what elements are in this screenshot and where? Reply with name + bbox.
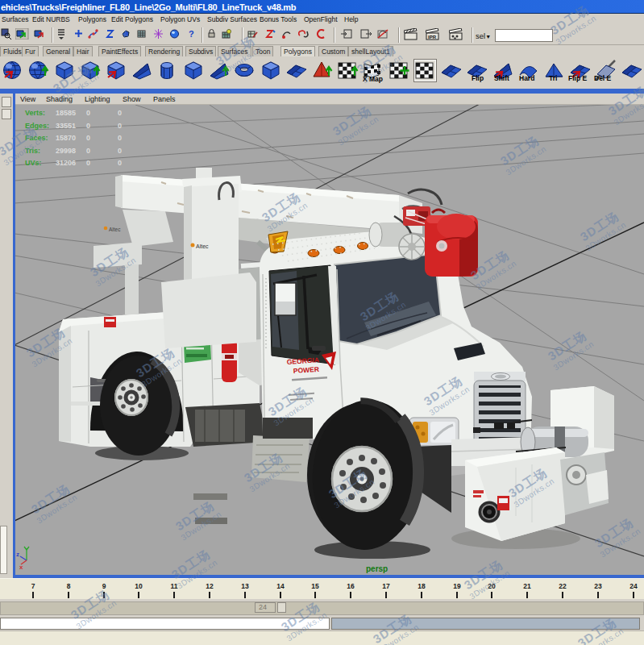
svg-text:29998: 29998 xyxy=(56,147,76,155)
svg-text:X Map: X Map xyxy=(363,75,383,83)
svg-text:15870: 15870 xyxy=(56,134,76,142)
svg-text:18585: 18585 xyxy=(56,109,76,117)
svg-text:0: 0 xyxy=(118,147,122,155)
svg-text:z: z xyxy=(16,551,19,558)
svg-text:33551: 33551 xyxy=(56,122,76,130)
svg-text:0: 0 xyxy=(86,159,90,167)
svg-text:0: 0 xyxy=(118,159,122,167)
svg-text:0: 0 xyxy=(86,147,90,155)
svg-text:31206: 31206 xyxy=(56,159,76,167)
svg-text:Faces:: Faces: xyxy=(25,134,48,142)
svg-text:0: 0 xyxy=(86,122,90,130)
svg-text:x: x xyxy=(19,564,23,571)
svg-text:Tri: Tri xyxy=(549,74,557,82)
svg-text:Flip: Flip xyxy=(472,74,484,82)
svg-text:?: ? xyxy=(189,29,194,39)
svg-text:Edges:: Edges: xyxy=(25,122,49,130)
svg-text:Flip E: Flip E xyxy=(568,74,587,82)
svg-text:Verts:: Verts: xyxy=(25,109,45,117)
svg-text:Shift: Shift xyxy=(494,74,509,82)
svg-text:0: 0 xyxy=(86,109,90,117)
svg-text:Altec: Altec xyxy=(109,227,121,232)
svg-text:Hard: Hard xyxy=(519,74,534,82)
svg-text:UVs:: UVs: xyxy=(25,159,42,167)
svg-text:0: 0 xyxy=(118,109,122,117)
svg-text:0: 0 xyxy=(118,122,122,130)
svg-text:0: 0 xyxy=(118,134,122,142)
svg-text:IPR: IPR xyxy=(428,35,437,40)
svg-text:Del E: Del E xyxy=(594,74,612,82)
svg-text:persp: persp xyxy=(366,564,388,573)
svg-text:Tris:: Tris: xyxy=(25,147,40,155)
svg-text:Altec: Altec xyxy=(196,243,209,249)
svg-text:0: 0 xyxy=(86,134,90,142)
